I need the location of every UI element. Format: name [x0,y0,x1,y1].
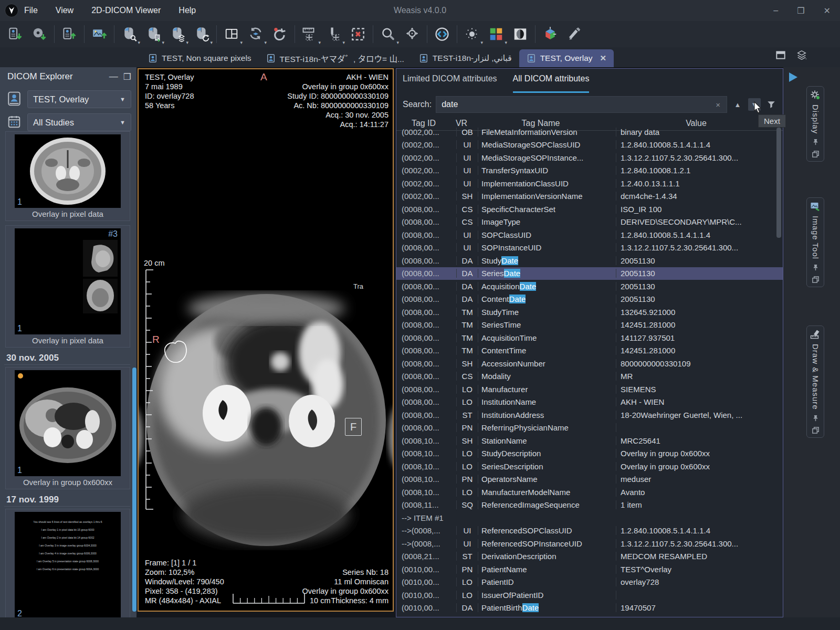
dock-tab-draw-measure[interactable]: Draw & Measure [806,326,824,438]
viewer-tab-2[interactable]: TEST-i18n-ヤマダ゛, タロウ= 山... [259,49,412,67]
series-thumbnail-1[interactable]: 1Overlay in pixel data [5,131,130,221]
menu-file[interactable]: File [24,6,38,15]
import-cd-icon[interactable] [27,23,51,45]
attribute-row-32[interactable]: -->(0008,...UIReferencedSOPClassUID1.2.8… [396,524,783,538]
attribute-row-24[interactable]: (0008,00...PNReferringPhysicianName [396,422,783,435]
pin-icon[interactable] [812,414,820,422]
export-image-icon[interactable] [87,23,111,45]
dock-tab-display[interactable]: Display [806,86,824,162]
attribute-row-16[interactable]: (0008,00...TMSeriesTime142451.281000 [396,319,783,332]
series-thumbnail-4[interactable]: 1Overlay in group 0x600xx [5,367,130,489]
attribute-row-2[interactable]: (0002,00...UIMediaStorageSOPClassUID1.2.… [396,139,783,152]
pin-icon[interactable] [812,264,820,271]
attribute-row-20[interactable]: (0008,00...CSModalityMR [396,370,783,383]
mpr-3d-icon[interactable] [538,23,562,45]
attribute-row-28[interactable]: (0008,10...PNOperatorsNamemeduser [396,473,783,486]
image-viewport[interactable]: TEST, Overlay 7 mai 1989 ID: overlay728 … [138,68,394,612]
attribute-row-37[interactable]: (0010,00...LOIssuerOfPatientID [396,589,783,602]
attribute-row-14[interactable]: (0008,00...DAContentDate20051130 [396,293,783,306]
delete-selection-icon[interactable] [346,23,370,45]
attribute-row-21[interactable]: (0008,00...LOManufacturerSIEMENS [396,383,783,396]
series-thumbnail-6[interactable]: You should see 6 lines of text identifie… [5,509,130,617]
menu-view[interactable]: View [56,6,74,15]
mouse-zoom-icon[interactable]: ▾ [117,23,141,45]
tab-limited-dicom-attributes[interactable]: Limited DICOM attributes [403,74,497,93]
dock-tab-image-tool[interactable]: Image Tool [806,197,824,287]
invert-lut-icon[interactable] [508,23,532,45]
attribute-row-3[interactable]: (0002,00...UIMediaStorageSOPInstance...1… [396,151,783,164]
attribute-row-15[interactable]: (0008,00...TMStudyTime132645.921000 [396,306,783,319]
attribute-row-19[interactable]: (0008,00...SHAccessionNumber800000000033… [396,357,783,370]
attribute-row-35[interactable]: (0010,00...PNPatientNameTEST^Overlay [396,563,783,576]
attribute-row-25[interactable]: (0008,10...SHStationNameMRC25641 [396,434,783,447]
export-dicom-icon[interactable] [57,23,81,45]
window-level-icon[interactable]: ▾ [460,23,484,45]
attribute-row-22[interactable]: (0008,00...LOInstitutionNameAKH - WIEN [396,396,783,409]
detach-icon[interactable] [812,276,820,284]
attribute-row-17[interactable]: (0008,00...TMAcquisitionTime141127.93750… [396,331,783,344]
detach-icon[interactable] [812,150,820,158]
mouse-rotate-icon[interactable]: ▾ [190,23,214,45]
attribute-row-6[interactable]: (0002,00...SHImplementationVersionNamedc… [396,190,783,203]
layers-menu-icon[interactable] [796,49,807,62]
maximize-button[interactable]: ❒ [797,6,804,16]
attribute-row-26[interactable]: (0008,10...LOStudyDescriptionOverlay in … [396,447,783,460]
attribute-row-4[interactable]: (0002,00...UITransferSyntaxUID1.2.840.10… [396,164,783,177]
mouse-context-icon[interactable]: ▾ [141,23,165,45]
table-scrollbar[interactable] [776,128,781,238]
attribute-row-12[interactable]: (0008,00...DASeriesDate20051130 [396,267,783,280]
viewer-tab-1[interactable]: TEST, Non square pixels [141,49,259,67]
menu-help[interactable]: Help [178,6,196,15]
lut-icon[interactable]: ▾ [484,23,508,45]
mouse-layers-icon[interactable]: ▾ [165,23,190,45]
tab-all-dicom-attributes[interactable]: All DICOM attributes [513,74,590,93]
attribute-row-5[interactable]: (0002,00...UIImplementationClassUID1.2.4… [396,177,783,190]
attribute-row-34[interactable]: (0008,21...STDerivationDescriptionMEDCOM… [396,550,783,563]
attribute-row-13[interactable]: (0008,00...DAAcquisitionDate20051130 [396,280,783,293]
tools-icon[interactable] [562,23,586,45]
minimize-button[interactable]: – [773,6,778,15]
draw-icon[interactable]: ▾ [322,23,346,45]
clear-search-icon[interactable]: × [713,100,722,109]
study-select[interactable]: All Studies▼ [27,113,131,131]
attribute-row-1[interactable]: (0002,00...OBFileMetaInformationVersionb… [396,125,783,139]
pan-icon[interactable] [400,23,424,45]
attribute-row-11[interactable]: (0008,00...DAStudyDate20051130 [396,254,783,267]
close-button[interactable]: ✕ [824,6,831,16]
import-dicom-icon[interactable] [3,23,27,45]
attribute-row-38[interactable]: (0010,00...DAPatientBirthDate19470507 [396,602,783,615]
viewer-tab-4[interactable]: TEST, Overlay✕ [519,49,614,67]
zoom-icon[interactable]: ▾ [376,23,400,45]
attribute-row-7[interactable]: (0008,00...CSSpecificCharacterSetISO_IR … [396,203,783,216]
explorer-minimize-icon[interactable]: — [109,71,118,82]
crosshair-icon[interactable] [430,23,454,45]
attribute-row-27[interactable]: (0008,10...LOSeriesDescriptionOverlay in… [396,460,783,473]
pin-icon[interactable] [812,138,820,146]
explorer-detach-icon[interactable]: ❒ [123,71,131,82]
attribute-row-8[interactable]: (0008,00...CSImageTypeDERIVED\SECONDARY\… [396,216,783,229]
attribute-row-23[interactable]: (0008,00...STInstitutionAddress18-20Waeh… [396,408,783,422]
collapse-arrow-icon[interactable] [788,71,800,83]
attribute-row-18[interactable]: (0008,00...TMContentTime142451.281000 [396,344,783,358]
restore-layout-icon[interactable] [775,49,786,62]
filter-icon[interactable] [765,98,778,111]
search-previous-button[interactable]: ▲ [731,98,744,111]
measure-icon[interactable]: ▾ [298,23,322,45]
search-input[interactable] [440,99,713,110]
attribute-row-29[interactable]: (0008,10...LOManufacturerModelNameAvanto [396,486,783,499]
layout-icon[interactable]: ▾ [219,23,244,45]
detach-icon[interactable] [812,426,820,434]
series-thumbnail-2[interactable]: #31Overlay in pixel data [5,225,130,348]
attribute-row-33[interactable]: -->(0008,...UIReferencedSOPInstanceUID1.… [396,537,783,550]
attribute-row-31[interactable]: --> ITEM #1 [396,511,783,524]
attribute-row-9[interactable]: (0008,00...UISOPClassUID1.2.840.10008.5.… [396,228,783,242]
attribute-row-10[interactable]: (0008,00...UISOPInstanceUID1.3.12.2.1107… [396,242,783,255]
patient-select[interactable]: TEST, Overlay▼ [27,90,131,108]
reset-icon[interactable] [268,23,292,45]
viewer-tab-3[interactable]: TEST-i18n-قباني, لنزار [412,49,519,67]
attribute-row-30[interactable]: (0008,11...SQReferencedImageSequence1 it… [396,499,783,512]
explorer-scrollbar[interactable] [132,368,136,612]
close-tab-icon[interactable]: ✕ [600,54,607,63]
attribute-row-36[interactable]: (0010,00...LOPatientIDoverlay728 [396,576,783,589]
synch-icon[interactable]: ▾ [244,23,268,45]
